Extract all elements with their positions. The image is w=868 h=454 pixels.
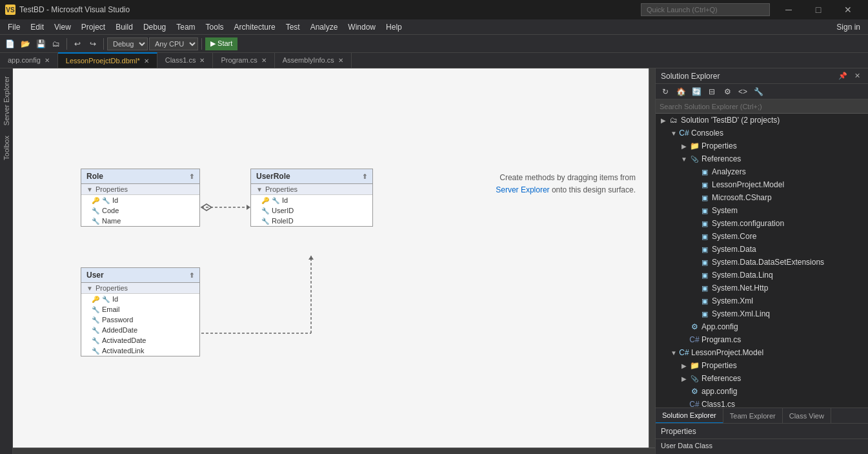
minimize-button[interactable]: ─	[774, 0, 803, 19]
canvas-vscrollbar[interactable]	[649, 68, 655, 448]
tab-program[interactable]: Program.cs ✕	[213, 52, 274, 68]
user-section-toggle[interactable]: ▼	[86, 285, 93, 292]
redo-btn[interactable]: ↪	[86, 37, 100, 51]
tab-close-icon[interactable]: ✕	[144, 57, 149, 65]
se-tab-team[interactable]: Team Explorer	[723, 408, 783, 424]
maximize-button[interactable]: □	[803, 0, 833, 19]
prop-toggle[interactable]: ▶	[679, 141, 689, 151]
consoles-references[interactable]: ▼ 📎 References	[656, 152, 868, 165]
se-search-input[interactable]	[656, 99, 868, 114]
refs-toggle[interactable]: ▼	[679, 154, 689, 164]
ref-ms-csharp[interactable]: ▣ Microsoft.CSharp	[656, 191, 868, 204]
ref-system-data[interactable]: ▣ System.Data	[656, 243, 868, 256]
menu-architecture[interactable]: Architecture	[229, 19, 281, 35]
menu-debug[interactable]: Debug	[138, 19, 171, 35]
server-explorer-link[interactable]: Server Explorer	[496, 185, 549, 194]
menu-test[interactable]: Test	[281, 19, 305, 35]
tab-close-icon[interactable]: ✕	[261, 57, 267, 64]
user-entity[interactable]: User ⇑ ▼ Properties 🔑 🔧 Id	[81, 267, 200, 356]
menu-project[interactable]: Project	[76, 19, 110, 35]
document-tabs: app.config ✕ LessonProejctDb.dbml* ✕ Cla…	[0, 53, 868, 68]
menu-edit[interactable]: Edit	[25, 19, 49, 35]
userrole-expand[interactable]: ⇑	[362, 173, 367, 180]
undo-btn[interactable]: ↩	[70, 37, 85, 51]
close-button[interactable]: ✕	[833, 0, 863, 19]
menu-tools[interactable]: Tools	[201, 19, 229, 35]
se-tab-class[interactable]: Class View	[783, 408, 831, 424]
quick-launch-input[interactable]	[641, 3, 770, 16]
lessonmodel-properties[interactable]: ▶ 📁 Properties	[656, 359, 868, 372]
menu-build[interactable]: Build	[110, 19, 138, 35]
field-name: ActivatedDate	[102, 336, 146, 344]
solution-toggle[interactable]: ▶	[658, 115, 669, 125]
lessonmodel-toggle[interactable]: ▼	[669, 347, 679, 358]
consoles-project[interactable]: ▼ C# Consoles	[656, 127, 868, 139]
consoles-appconfig[interactable]: ⚙ App.config	[656, 320, 868, 333]
lessonmodel-class1[interactable]: C# Class1.cs	[656, 398, 868, 408]
tab-close-icon[interactable]: ✕	[45, 57, 50, 64]
ref-analyzers[interactable]: ▶ ▣ Analyzers	[656, 165, 868, 178]
se-refresh-btn[interactable]: 🔄	[689, 85, 703, 99]
toolbox-label[interactable]: Toolbox	[1, 130, 12, 165]
role-section-toggle[interactable]: ▼	[86, 186, 93, 193]
tab-dbml[interactable]: LessonProejctDb.dbml* ✕	[58, 52, 157, 68]
se-settings-btn[interactable]: ⚙	[720, 85, 734, 99]
lessonmodel-appconfig[interactable]: ⚙ app.config	[656, 385, 868, 398]
role-expand[interactable]: ⇑	[189, 173, 194, 180]
debug-mode-select[interactable]: Debug	[107, 37, 148, 50]
ref-system-data-dse[interactable]: ▣ System.Data.DataSetExtensions	[656, 256, 868, 269]
pin-icon[interactable]: 📌	[837, 70, 849, 82]
menu-team[interactable]: Team	[171, 19, 200, 35]
canvas-hscrollbar[interactable]	[13, 448, 655, 454]
menu-window[interactable]: Window	[343, 19, 381, 35]
consoles-properties[interactable]: ▶ 📁 Properties	[656, 139, 868, 152]
ref-system-data-linq[interactable]: ▣ System.Data.Linq	[656, 269, 868, 282]
ref-icon: ▣	[700, 192, 710, 203]
consoles-program[interactable]: C# Program.cs	[656, 333, 868, 346]
save-all-btn[interactable]: 🗂	[49, 37, 63, 51]
menu-view[interactable]: View	[49, 19, 76, 35]
se-tab-solution[interactable]: Solution Explorer	[656, 408, 723, 424]
lm-prop-toggle[interactable]: ▶	[679, 360, 689, 371]
se-sync-btn[interactable]: ↻	[658, 85, 672, 99]
close-panel-icon[interactable]: ✕	[851, 70, 863, 82]
open-btn[interactable]: 📂	[18, 37, 32, 51]
ref-system-xml[interactable]: ▣ System.Xml	[656, 294, 868, 307]
tab-close-icon[interactable]: ✕	[199, 57, 205, 64]
sign-in-button[interactable]: Sign in	[831, 19, 865, 35]
ref-system[interactable]: ▣ System	[656, 204, 868, 217]
ref-system-core[interactable]: ▣ System.Core	[656, 230, 868, 243]
tab-class1[interactable]: Class1.cs ✕	[157, 52, 214, 68]
server-explorer-label[interactable]: Server Explorer	[1, 71, 12, 130]
solution-root[interactable]: ▶ 🗂 Solution 'TestBD' (2 projects)	[656, 114, 868, 127]
lessonmodel-project[interactable]: ▼ C# LessonProject.Model	[656, 346, 868, 359]
ref-system-xml-linq[interactable]: ▣ System.Xml.Linq	[656, 307, 868, 320]
userrole-entity[interactable]: UserRole ⇑ ▼ Properties 🔑 🔧 Id	[250, 169, 373, 227]
se-collapse-btn[interactable]: ⊟	[705, 85, 719, 99]
se-code-btn[interactable]: <>	[736, 85, 750, 99]
consoles-toggle[interactable]: ▼	[669, 128, 679, 138]
menu-analyze[interactable]: Analyze	[305, 19, 343, 35]
ref-system-config[interactable]: ▣ System.configuration	[656, 217, 868, 230]
userrole-section-toggle[interactable]: ▼	[256, 186, 263, 193]
tab-app-config[interactable]: app.config ✕	[0, 52, 58, 68]
new-project-btn[interactable]: 📄	[3, 37, 17, 51]
file-label: App.config	[701, 322, 738, 331]
menu-file[interactable]: File	[3, 19, 25, 35]
lessonmodel-references[interactable]: ▶ 📎 References	[656, 372, 868, 385]
role-entity[interactable]: Role ⇑ ▼ Properties 🔑 🔧 Id	[81, 169, 200, 227]
lm-refs-toggle[interactable]: ▶	[679, 373, 689, 384]
se-home-btn[interactable]: 🏠	[674, 85, 688, 99]
tab-assemblyinfo[interactable]: AssemblyInfo.cs ✕	[275, 52, 352, 68]
ref-lessonmodel[interactable]: ▣ LessonProject.Model	[656, 178, 868, 191]
start-button[interactable]: ▶ Start	[205, 37, 237, 50]
save-btn[interactable]: 💾	[34, 37, 48, 51]
user-expand[interactable]: ⇑	[189, 272, 194, 279]
tab-close-icon[interactable]: ✕	[338, 57, 343, 64]
design-canvas[interactable]: Role ⇑ ▼ Properties 🔑 🔧 Id	[13, 68, 649, 448]
ref-system-net-http[interactable]: ▣ System.Net.Http	[656, 282, 868, 294]
tab-label: Program.cs	[221, 56, 257, 64]
menu-help[interactable]: Help	[381, 19, 407, 35]
platform-select[interactable]: Any CPU	[149, 37, 198, 50]
se-prop-btn[interactable]: 🔧	[751, 85, 765, 99]
